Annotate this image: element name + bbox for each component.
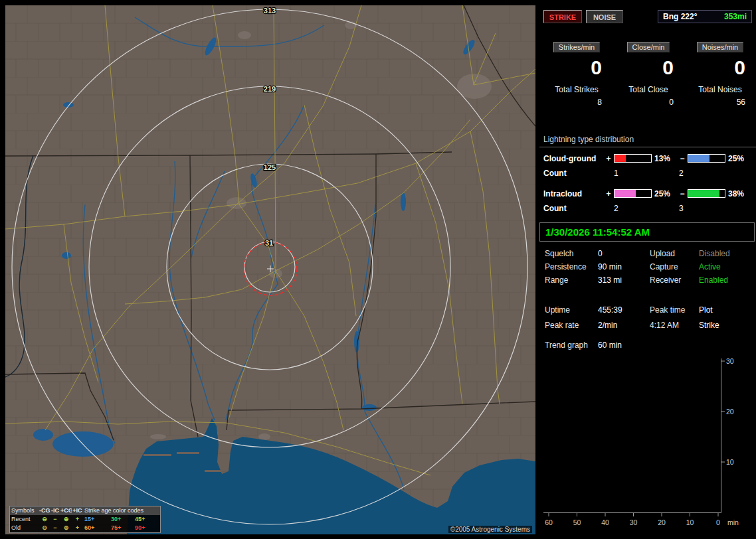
x-tick-30: 30 <box>630 518 638 526</box>
settings-row: Persistence 90 min Capture Active <box>539 262 756 275</box>
ic-count-row: Count 2 3 <box>543 204 756 213</box>
ic-negative-pct: 38% <box>727 189 752 198</box>
squelch-value: 0 <box>598 249 650 262</box>
x-tick-40: 40 <box>601 518 609 526</box>
plus-sign: + <box>605 154 613 163</box>
recent-ncg-icon: ⊖ <box>39 515 50 524</box>
settings-row: Range 313 mi Receiver Enabled <box>539 275 756 289</box>
range-ring-label-31: 31 <box>265 239 273 247</box>
range-value: 313 mi <box>598 275 650 289</box>
noise-toggle-button[interactable]: NOISE <box>586 10 623 23</box>
y-tick-30: 30 <box>726 357 734 365</box>
copyright-notice: ©2005 Astrogenic Systems <box>448 526 532 533</box>
legend-age-header: Strike age color codes <box>83 506 160 515</box>
rate-counters: Strikes/min 0 Total Strikes 8 Close/min … <box>542 42 755 107</box>
total-strikes-value: 8 <box>542 98 611 107</box>
noises-column: Noises/min 0 Total Noises 56 <box>686 42 755 107</box>
receiver-label: Receiver <box>650 275 699 289</box>
plus-sign: + <box>605 189 613 198</box>
persistence-value: 90 min <box>598 262 650 275</box>
stats-row: Peak rate 2/min 4:12 AM Strike <box>539 321 756 336</box>
date-time-display: 1/30/2026 11:54:52 AM <box>539 222 755 242</box>
cg-negative-count: 2 <box>669 169 684 178</box>
upload-label: Upload <box>650 249 699 262</box>
minus-sign: − <box>678 189 686 198</box>
intracloud-row: Intracloud + 25% − 38% <box>543 189 756 198</box>
uptime-value: 455:39 <box>598 305 650 321</box>
total-noises-value: 56 <box>686 98 755 107</box>
ic-negative-bar <box>688 189 725 198</box>
old-ncg-icon: ⊖ <box>39 524 50 532</box>
receiver-status: Enabled <box>699 275 751 289</box>
cg-negative-pct: 25% <box>727 154 752 163</box>
receiver-settings: Squelch 0 Upload Disabled Persistence 90… <box>539 249 756 289</box>
range-ring-label-219: 219 <box>264 85 276 93</box>
lightning-map[interactable]: 313 219 125 31 Symbols -CG -IC +CG +IC S… <box>5 5 535 534</box>
recent-nic-icon: − <box>50 515 60 524</box>
persistence-label: Persistence <box>539 262 598 275</box>
uptime-label: Uptime <box>539 305 598 321</box>
cloud-ground-row: Cloud-ground + 13% − 25% <box>543 153 756 163</box>
close-per-min-button[interactable]: Close/min <box>627 42 670 52</box>
old-pic-icon: + <box>72 524 83 532</box>
noises-per-min-button[interactable]: Noises/min <box>697 42 743 52</box>
old-pcg-icon: ⊕ <box>60 524 72 532</box>
trend-graph-label: Trend graph <box>539 341 598 356</box>
total-close-value: 0 <box>614 98 683 107</box>
count-label: Count <box>543 204 605 213</box>
legend-type-header-pic: +IC <box>72 506 83 515</box>
legend-type-header-ncg: -CG <box>39 506 50 515</box>
count-label: Count <box>543 169 605 178</box>
age-45: 45+ <box>134 515 160 524</box>
trend-window-value: 60 min <box>598 341 650 356</box>
peak-time-label: Peak time <box>650 305 699 321</box>
settings-row: Squelch 0 Upload Disabled <box>539 249 756 262</box>
close-column: Close/min 0 Total Close 0 <box>614 42 683 107</box>
strikes-column: Strikes/min 0 Total Strikes 8 <box>542 42 611 107</box>
peak-time-value: 4:12 AM <box>650 321 699 336</box>
upload-status: Disabled <box>699 249 751 262</box>
lightning-type-distribution: Lightning type distribution Cloud-ground… <box>539 135 756 213</box>
strike-toggle-button[interactable]: STRIKE <box>543 10 582 23</box>
cg-negative-bar <box>688 154 725 163</box>
total-strikes-label: Total Strikes <box>542 85 611 95</box>
minus-sign: − <box>678 154 686 163</box>
age-75: 75+ <box>110 524 134 532</box>
status-panel: STRIKE NOISE Bng 222° 353mi Strikes/min … <box>539 5 756 534</box>
ic-negative-count: 3 <box>669 204 684 213</box>
legend-type-header-nic: -IC <box>50 506 60 515</box>
bearing-distance: 353mi <box>724 11 747 23</box>
x-tick-10: 10 <box>686 518 694 526</box>
x-axis-unit: min <box>727 518 739 526</box>
age-15: 15+ <box>83 515 110 524</box>
noises-per-min-value: 0 <box>686 54 755 81</box>
squelch-label: Squelch <box>539 249 598 262</box>
age-60: 60+ <box>83 524 110 532</box>
recent-pcg-icon: ⊕ <box>60 515 72 524</box>
x-tick-0: 0 <box>716 518 720 526</box>
map-canvas: 313 219 125 31 <box>5 5 535 534</box>
range-ring-label-313: 313 <box>264 7 276 15</box>
distribution-title: Lightning type distribution <box>539 135 756 147</box>
legend-row-recent-label: Recent <box>10 515 39 524</box>
x-tick-20: 20 <box>658 518 666 526</box>
nexstorm-window: 313 219 125 31 Symbols -CG -IC +CG +IC S… <box>0 0 756 539</box>
peak-rate-label: Peak rate <box>539 321 598 336</box>
capture-label: Capture <box>650 262 699 275</box>
peak-rate-value: 2/min <box>598 321 650 336</box>
cg-positive-bar <box>614 154 652 163</box>
map-legend: Symbols -CG -IC +CG +IC Strike age color… <box>9 506 161 533</box>
plot-label: Plot <box>699 305 751 321</box>
ic-positive-pct: 25% <box>653 189 678 198</box>
legend-type-header-pcg: +CG <box>60 506 72 515</box>
close-per-min-value: 0 <box>614 54 683 81</box>
strikes-per-min-button[interactable]: Strikes/min <box>553 42 600 52</box>
cg-count-row: Count 1 2 <box>543 169 756 178</box>
cloud-ground-label: Cloud-ground <box>543 154 605 163</box>
legend-symbols-header: Symbols <box>10 506 39 515</box>
cg-positive-count: 1 <box>605 169 669 178</box>
plot-mode-value: Strike <box>699 321 751 336</box>
stats-row: Uptime 455:39 Peak time Plot <box>539 305 756 321</box>
range-ring-label-125: 125 <box>264 163 276 171</box>
y-tick-20: 20 <box>726 408 734 416</box>
